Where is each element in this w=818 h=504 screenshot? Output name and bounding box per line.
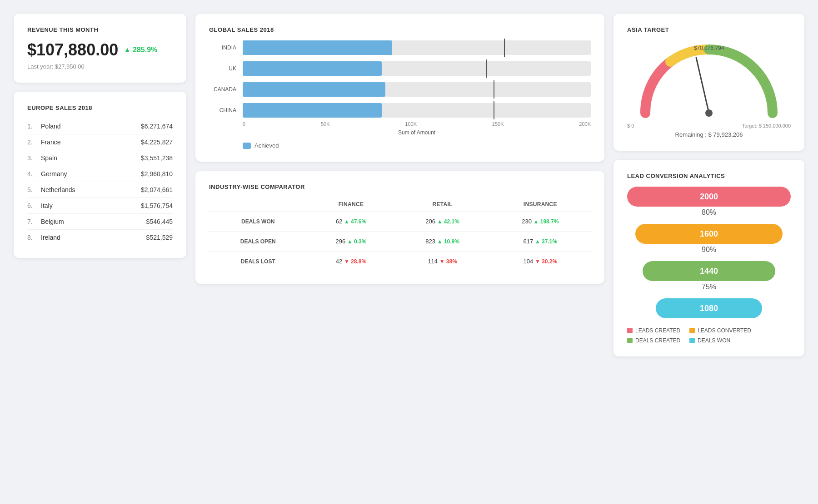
legend-color	[627, 338, 633, 343]
growth-value: 285.9%	[133, 46, 157, 54]
bar-container	[243, 82, 591, 97]
rank: 1.	[27, 123, 37, 130]
lead-bar-row: 1080	[627, 298, 791, 318]
country-name: Italy	[41, 202, 141, 209]
cell-finance: 296 ▲ 0.3%	[307, 232, 395, 252]
table-row: DEALS WON62 ▲ 47.6%206 ▲ 42.1%230 ▲ 198.…	[209, 212, 591, 232]
sales-list-item: 2.France$4,225,827	[27, 134, 173, 150]
down-icon: ▼ 30.2%	[535, 258, 557, 265]
sales-amount: $4,225,827	[141, 138, 173, 146]
bar-container	[243, 103, 591, 118]
left-column: REVENUE THIS MONTH $107,880.00 ▲ 285.9% …	[14, 14, 186, 356]
rank: 2.	[27, 138, 37, 146]
sales-amount: $2,960,810	[141, 170, 173, 178]
svg-line-0	[696, 58, 709, 113]
cell-retail: 823 ▲ 10.9%	[395, 232, 490, 252]
last-year-row: Last year: $27,950.00	[27, 63, 173, 70]
bar-container	[243, 40, 591, 55]
lead-pct: 80%	[702, 208, 716, 217]
x-tick: 50K	[321, 121, 330, 127]
up-icon: ▲ 42.1%	[437, 218, 459, 225]
revenue-amount-row: $107,880.00 ▲ 285.9%	[27, 40, 173, 59]
bar-fill	[243, 82, 385, 97]
lead-conversion-card: LEAD CONVERSION ANALYTICS 200080%160090%…	[614, 160, 804, 356]
lead-bar-cyan: 1080	[656, 298, 762, 318]
lead-pct: 90%	[702, 246, 716, 254]
cell-retail: 206 ▲ 42.1%	[395, 212, 490, 232]
down-icon: ▼ 28.8%	[344, 258, 366, 265]
legend-color	[689, 328, 695, 333]
rank: 4.	[27, 170, 37, 178]
middle-column: GLOBAL SALES 2018 INDIA UK CANADA CHINA …	[195, 14, 604, 356]
europe-sales-card: EUROPE SALES 2018 1.Poland$6,271,6742.Fr…	[14, 92, 186, 258]
sales-list-item: 7.Belgium$546,445	[27, 214, 173, 230]
lead-conversion-title: LEAD CONVERSION ANALYTICS	[627, 173, 791, 179]
x-tick: 200K	[579, 121, 591, 127]
gauge-wrapper: $70,076,794 $ 0 Target: $ 150,000,000	[627, 40, 791, 138]
sales-list-item: 5.Netherlands$2,074,661	[27, 182, 173, 198]
cell-insurance: 617 ▲ 37.1%	[490, 232, 591, 252]
legend-text: LEADS CONVERTED	[698, 327, 751, 334]
legend-color	[689, 338, 695, 343]
country-name: Belgium	[41, 218, 146, 225]
arrow-up-icon: ▲	[124, 46, 131, 54]
bar-container	[243, 61, 591, 76]
bar-target-line	[486, 59, 487, 78]
legend-text: DEALS CREATED	[635, 337, 680, 344]
up-icon: ▲ 10.9%	[437, 238, 459, 245]
bar-row: INDIA	[209, 40, 591, 55]
revenue-title: REVENUE THIS MONTH	[27, 26, 173, 33]
x-axis-label: Sum of Amount	[243, 129, 591, 136]
comparator-header: INSURANCE	[490, 198, 591, 212]
rank: 5.	[27, 186, 37, 193]
lead-bar-orange: 1600	[635, 224, 783, 244]
industry-comparator-title: INDUSTRY-WISE COMPARATOR	[209, 183, 591, 190]
global-sales-card: GLOBAL SALES 2018 INDIA UK CANADA CHINA …	[195, 14, 604, 162]
cell-finance: 62 ▲ 47.6%	[307, 212, 395, 232]
sales-list-item: 1.Poland$6,271,674	[27, 119, 173, 134]
legend-text: LEADS CREATED	[635, 327, 680, 334]
x-tick: 100K	[405, 121, 417, 127]
table-row: DEALS OPEN296 ▲ 0.3%823 ▲ 10.9%617 ▲ 37.…	[209, 232, 591, 252]
gauge-svg	[632, 40, 786, 122]
europe-sales-list: 1.Poland$6,271,6742.France$4,225,8273.Sp…	[27, 119, 173, 245]
bar-row: CANADA	[209, 82, 591, 97]
global-sales-chart: INDIA UK CANADA CHINA 050K100K150K200K S…	[209, 40, 591, 149]
bar-target-line	[504, 39, 505, 57]
row-label: DEALS OPEN	[209, 232, 307, 252]
country-name: Netherlands	[41, 186, 141, 193]
legend-item: LEADS CREATED	[627, 327, 680, 334]
country-name: Ireland	[41, 234, 146, 241]
asia-target-title: ASIA TARGET	[627, 26, 791, 33]
bar-row: UK	[209, 61, 591, 76]
sales-list-item: 6.Italy$1,576,754	[27, 198, 173, 214]
bar-fill	[243, 61, 382, 76]
legend-text: DEALS WON	[698, 337, 730, 344]
sales-amount: $1,576,754	[141, 202, 173, 209]
legend-color	[627, 328, 633, 333]
up-icon: ▲ 0.3%	[347, 238, 367, 245]
lead-bar-row: 160090%	[627, 224, 791, 257]
legend-box	[243, 143, 251, 149]
legend-item: LEADS CONVERTED	[689, 327, 751, 334]
revenue-growth: ▲ 285.9%	[124, 46, 157, 54]
rank: 8.	[27, 234, 37, 241]
sales-list-item: 8.Ireland$521,529	[27, 230, 173, 245]
bar-label: CANADA	[209, 86, 236, 93]
country-name: Poland	[41, 123, 141, 130]
up-icon: ▲ 37.1%	[535, 238, 557, 245]
bar-fill	[243, 40, 392, 55]
gauge-remaining: Remaining : $ 79,923,206	[675, 131, 743, 138]
lead-bar-red: 2000	[627, 187, 791, 207]
bar-fill	[243, 103, 382, 118]
sales-amount: $3,551,238	[141, 154, 173, 162]
country-name: France	[41, 138, 141, 146]
europe-sales-title: EUROPE SALES 2018	[27, 104, 173, 111]
gauge-achieved-value: $70,076,794	[694, 45, 724, 51]
bar-chart: INDIA UK CANADA CHINA	[209, 40, 591, 118]
sales-amount: $6,271,674	[141, 123, 173, 130]
table-row: DEALS LOST42 ▼ 28.8%114 ▼ 38%104 ▼ 30.2%	[209, 252, 591, 272]
rank: 7.	[27, 218, 37, 225]
legend-label: Achieved	[254, 142, 279, 149]
sales-amount: $2,074,661	[141, 186, 173, 193]
